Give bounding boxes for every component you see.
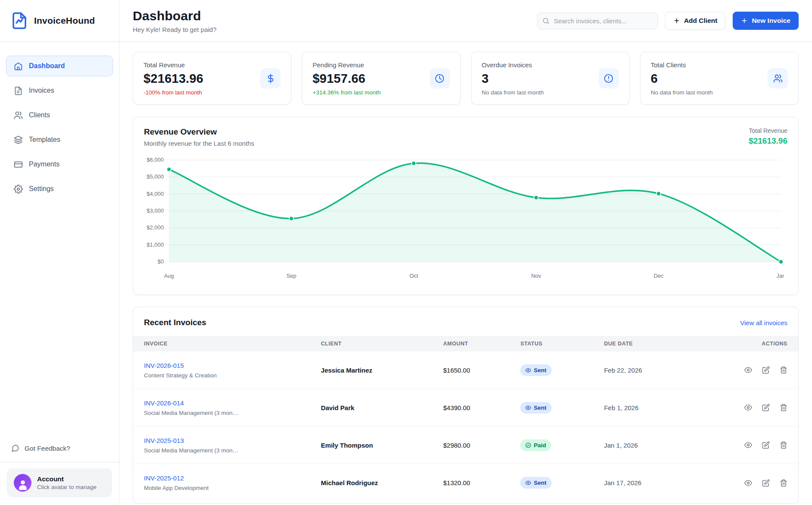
account-section: Account Click avatar to manage xyxy=(0,462,119,505)
svg-text:Dec: Dec xyxy=(653,273,664,279)
feedback-button[interactable]: Got Feedback? xyxy=(0,436,119,462)
avatar[interactable] xyxy=(14,474,31,492)
view-invoice-button[interactable] xyxy=(744,441,752,449)
status-badge: Paid xyxy=(520,439,551,451)
invoice-description: Content Strategy & Creation xyxy=(144,372,321,379)
svg-text:Sep: Sep xyxy=(286,273,296,279)
invoice-due-date: Feb 22, 2026 xyxy=(604,367,713,374)
invoice-amount: $1320.00 xyxy=(443,479,520,486)
page-title: Dashboard xyxy=(133,9,216,23)
invoice-description: Mobile App Development xyxy=(144,485,321,491)
chart-total-value: $21613.96 xyxy=(749,136,787,146)
svg-text:Aug: Aug xyxy=(164,273,174,279)
invoice-id-link[interactable]: INV-2025-013 xyxy=(144,437,321,444)
invoice-table-header: InvoiceClientAmountStatusDue DateActions xyxy=(133,336,798,351)
stat-card: Pending Revenue $9157.66 +314.36% from l… xyxy=(302,52,460,105)
add-client-button[interactable]: Add Client xyxy=(665,12,726,30)
add-client-label: Add Client xyxy=(684,17,718,25)
column-header-actions: Actions xyxy=(713,341,787,347)
new-invoice-label: New Invoice xyxy=(752,17,790,25)
invoice-description: Social Media Management (3 mon… xyxy=(144,447,321,454)
invoice-id-link[interactable]: INV-2026-014 xyxy=(144,399,321,407)
table-row: INV-2026-015 Content Strategy & Creation… xyxy=(133,351,798,389)
account-card[interactable]: Account Click avatar to manage xyxy=(7,468,112,497)
delete-invoice-button[interactable] xyxy=(780,366,787,374)
plus-icon xyxy=(741,17,748,24)
table-row: INV-2026-014 Social Media Management (3 … xyxy=(133,389,798,427)
invoice-amount: $2980.00 xyxy=(443,442,520,449)
invoice-id-link[interactable]: INV-2025-012 xyxy=(144,474,321,482)
sidebar-item-clients[interactable]: Clients xyxy=(6,105,113,125)
edit-invoice-button[interactable] xyxy=(762,366,770,374)
stat-delta: +314.36% from last month xyxy=(312,89,381,96)
feedback-label: Got Feedback? xyxy=(25,445,70,452)
recent-invoices-card: Recent Invoices View all invoices Invoic… xyxy=(133,307,799,504)
sidebar-nav: Dashboard Invoices Clients Templates Pay… xyxy=(0,42,119,199)
check-circle-icon xyxy=(525,442,531,448)
stat-value: 6 xyxy=(651,72,713,86)
svg-text:$1,000: $1,000 xyxy=(147,242,164,248)
invoice-client: Emily Thompson xyxy=(321,442,443,449)
page-subtitle: Hey Kyle! Ready to get paid? xyxy=(133,26,216,33)
search-box xyxy=(537,13,658,29)
edit-invoice-button[interactable] xyxy=(762,441,770,449)
edit-invoice-button[interactable] xyxy=(762,479,770,487)
svg-text:Jan: Jan xyxy=(777,273,784,279)
svg-text:$3,000: $3,000 xyxy=(147,207,164,214)
page-header: Dashboard Hey Kyle! Ready to get paid? A… xyxy=(119,0,812,42)
view-invoice-button[interactable] xyxy=(744,479,752,487)
plus-icon xyxy=(673,17,680,24)
chart-title: Revenue Overview xyxy=(144,127,254,137)
account-title: Account xyxy=(37,475,97,483)
view-all-invoices-link[interactable]: View all invoices xyxy=(740,319,787,326)
invoice-client: Jessica Martinez xyxy=(321,367,443,374)
invoice-amount: $1650.00 xyxy=(443,367,520,374)
view-invoice-button[interactable] xyxy=(744,404,752,411)
users-icon xyxy=(14,111,23,120)
clock-icon xyxy=(430,68,450,88)
revenue-chart: $0$1,000$2,000$3,000$4,000$5,000$6,000Au… xyxy=(144,155,784,284)
chart-total-label: Total Revenue xyxy=(749,127,787,134)
stat-label: Overdue Invoices xyxy=(482,61,544,69)
svg-text:$2,000: $2,000 xyxy=(147,224,164,231)
edit-invoice-button[interactable] xyxy=(762,404,770,411)
delete-invoice-button[interactable] xyxy=(780,479,787,487)
home-icon xyxy=(14,62,23,71)
stat-delta: No data from last month xyxy=(482,89,544,96)
sidebar-item-invoices[interactable]: Invoices xyxy=(6,80,113,101)
invoice-client: David Park xyxy=(321,404,443,411)
svg-text:Nov: Nov xyxy=(531,273,541,279)
main-area: Dashboard Hey Kyle! Ready to get paid? A… xyxy=(119,0,812,505)
sidebar-item-settings[interactable]: Settings xyxy=(6,179,113,199)
invoice-due-date: Jan 1, 2026 xyxy=(604,442,713,449)
stat-card: Total Revenue $21613.96 -100% from last … xyxy=(133,52,291,105)
table-row: INV-2025-013 Social Media Management (3 … xyxy=(133,427,798,464)
sidebar-item-dashboard[interactable]: Dashboard xyxy=(6,56,113,76)
stat-delta: -100% from last month xyxy=(144,89,203,96)
delete-invoice-button[interactable] xyxy=(780,404,787,411)
file-icon xyxy=(14,86,23,95)
svg-text:$4,000: $4,000 xyxy=(147,191,164,197)
stat-cards: Total Revenue $21613.96 -100% from last … xyxy=(133,52,799,105)
account-subtitle: Click avatar to manage xyxy=(37,484,97,490)
stat-card: Overdue Invoices 3 No data from last mon… xyxy=(471,52,630,105)
new-invoice-button[interactable]: New Invoice xyxy=(733,12,799,30)
search-input[interactable] xyxy=(537,13,658,29)
alert-icon xyxy=(599,68,619,88)
stat-label: Total Clients xyxy=(651,61,713,69)
recent-invoices-title: Recent Invoices xyxy=(144,318,206,327)
sidebar-item-templates[interactable]: Templates xyxy=(6,129,113,150)
invoice-id-link[interactable]: INV-2026-015 xyxy=(144,362,321,369)
view-invoice-button[interactable] xyxy=(744,366,752,374)
dollar-icon xyxy=(260,68,281,88)
stat-card: Total Clients 6 No data from last month xyxy=(640,52,799,105)
message-circle-icon xyxy=(11,444,19,452)
delete-invoice-button[interactable] xyxy=(780,441,787,449)
invoice-description: Social Media Management (3 mon… xyxy=(144,410,321,416)
dashboard-content: Total Revenue $21613.96 -100% from last … xyxy=(119,42,812,504)
invoice-client: Michael Rodriguez xyxy=(321,479,443,486)
search-icon xyxy=(542,17,550,25)
stat-value: $9157.66 xyxy=(312,72,381,86)
sidebar-item-payments[interactable]: Payments xyxy=(6,154,113,175)
invoice-due-date: Jan 17, 2026 xyxy=(604,479,713,486)
